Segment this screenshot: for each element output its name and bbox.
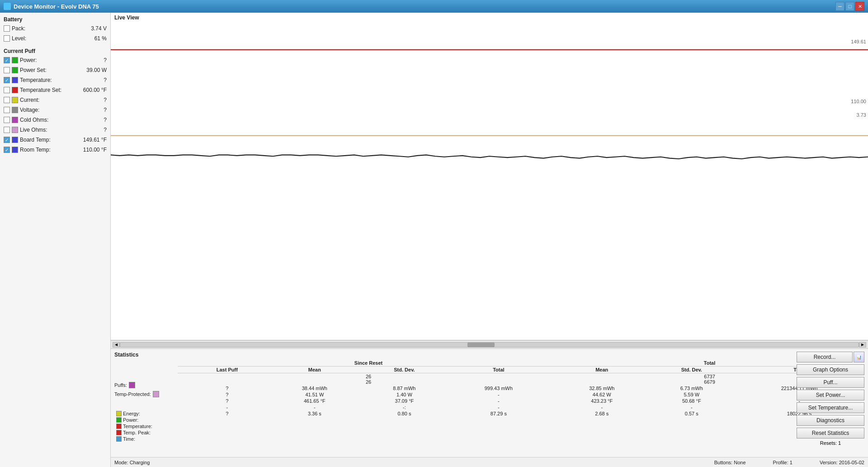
graph-label-top: 149.61: [851, 39, 866, 44]
record-button[interactable]: Record...: [797, 352, 853, 362]
current-label: Current:: [20, 97, 80, 103]
title-bar-buttons[interactable]: ─ □ ✕: [835, 2, 864, 11]
version-status: Version: 2016-05-02: [820, 460, 864, 465]
col-last-puff: Last Puff: [187, 367, 268, 373]
stats-row: - - -: - - - -: [178, 404, 864, 410]
scrollbar-thumb[interactable]: [467, 343, 495, 347]
statistics-area: Statistics Puffs: Temp-Protected:: [111, 348, 868, 457]
puffs-row: Puffs:: [114, 381, 178, 390]
time-label: Time:: [123, 436, 135, 442]
battery-pack-checkbox[interactable]: [4, 25, 10, 32]
temp-peak-color: [116, 430, 122, 435]
room-temp-row: ✓ Room Temp: 110.00 °F: [2, 145, 108, 155]
stats-row: ? 38.44 mWh 8.87 mWh 999.43 mWh 32.85 mW…: [178, 385, 864, 391]
battery-level-value: 61 %: [80, 35, 107, 42]
voltage-color: [12, 107, 18, 113]
temperature-stat-color: [116, 424, 122, 429]
set-temperature-button[interactable]: Set Temperature...: [797, 402, 864, 413]
temp-protected-label: Temp-Protected:: [114, 391, 151, 397]
graph-label-mid: 110.00: [851, 99, 866, 104]
diagnostics-button[interactable]: Diagnostics: [797, 415, 864, 426]
puffs-label: Puffs:: [114, 382, 127, 388]
set-power-button[interactable]: Set Power...: [797, 390, 864, 400]
temp-protected-row: Temp-Protected:: [114, 390, 178, 399]
puffs-color: [129, 382, 135, 388]
graph-options-button[interactable]: Graph Options: [797, 364, 864, 375]
scrollbar-track[interactable]: [120, 342, 859, 348]
resets-label: Resets: 1: [797, 440, 864, 446]
time-color: [116, 436, 122, 442]
temp-peak-label: Temp. Peak:: [123, 430, 151, 435]
maximize-button[interactable]: □: [845, 2, 854, 11]
app-icon: [4, 3, 11, 10]
stats-row: ? 3.36 s 0.80 s 87.29 s 2.68 s 0.57 s 18…: [178, 410, 864, 417]
temperature-set-color: [12, 87, 18, 93]
temperature-row: ✓ Temperature: ?: [2, 75, 108, 85]
room-temp-checkbox[interactable]: ✓: [4, 147, 10, 153]
stats-row: ? 461.65 °F 37.09 °F - 423.23 °F 50.68 °…: [178, 398, 864, 404]
temperature-stat-label: Temperature:: [123, 424, 152, 429]
mode-status: Mode: Charging: [114, 460, 150, 465]
stats-left: Puffs: Temp-Protected:: [114, 360, 178, 454]
voltage-label: Voltage:: [20, 107, 80, 113]
status-bar: Mode: Charging Buttons: None Profile: 1 …: [111, 457, 868, 467]
window-title: Device Monitor - Evolv DNA 75: [14, 3, 99, 10]
sidebar: Battery Pack: 3.74 V Level: 61 % Current…: [0, 13, 111, 467]
temp-protected-color: [153, 391, 159, 397]
cold-ohms-label: Cold Ohms:: [20, 117, 80, 123]
live-view-graph: [111, 23, 868, 339]
power-label: Power:: [20, 57, 80, 63]
col-total-sr: Total: [447, 367, 550, 373]
graph-icon-button[interactable]: 📊: [854, 352, 864, 362]
graph-label-bot: 3.73: [857, 112, 866, 118]
power-checkbox[interactable]: ✓: [4, 57, 10, 63]
live-ohms-color: [12, 127, 18, 133]
puffs-since-reset: 26: [189, 374, 548, 379]
power-set-row: Power Set: 39.00 W: [2, 65, 108, 75]
stats-center: Since Reset Total Last Puff Mean Std. De…: [178, 360, 864, 454]
battery-section-title: Battery: [2, 15, 108, 24]
power-set-checkbox[interactable]: [4, 67, 10, 73]
since-reset-header: Since Reset: [187, 360, 550, 367]
temperature-color: [12, 77, 18, 83]
scroll-right-arrow[interactable]: ▶: [859, 342, 866, 348]
cold-ohms-value: ?: [80, 117, 107, 123]
title-bar: Device Monitor - Evolv DNA 75 ─ □ ✕: [0, 0, 868, 13]
live-ohms-checkbox[interactable]: [4, 127, 10, 133]
graph-area: Live View 149.61 110.00 3.73: [111, 13, 868, 340]
live-ohms-value: ?: [80, 127, 107, 133]
battery-level-row: Level: 61 %: [2, 33, 108, 43]
scrollbar-area: ◀ ▶: [111, 340, 868, 348]
board-temp-checkbox[interactable]: ✓: [4, 137, 10, 143]
puffs-since-reset-2: 26: [189, 379, 548, 385]
temperature-value: ?: [80, 77, 107, 83]
voltage-row: Voltage: ?: [2, 105, 108, 115]
temperature-set-checkbox[interactable]: [4, 87, 10, 93]
reset-statistics-button[interactable]: Reset Statistics: [797, 428, 864, 438]
battery-pack-row: Pack: 3.74 V: [2, 24, 108, 33]
col-std-t: Std. Dev.: [649, 367, 735, 373]
puff-button[interactable]: Puff...: [797, 377, 864, 388]
graph-title: Live View: [111, 13, 868, 23]
live-ohms-label: Live Ohms:: [20, 127, 80, 133]
board-temp-value: 149.61 °F: [80, 137, 107, 143]
minimize-button[interactable]: ─: [835, 2, 844, 11]
power-color: [12, 57, 18, 63]
scroll-left-arrow[interactable]: ◀: [113, 342, 120, 348]
col-std-sr: Std. Dev.: [362, 367, 447, 373]
graph-canvas: 149.61 110.00 3.73: [111, 23, 868, 339]
energy-color: [116, 411, 122, 416]
temperature-label: Temperature:: [20, 77, 80, 83]
voltage-checkbox[interactable]: [4, 107, 10, 113]
cold-ohms-checkbox[interactable]: [4, 117, 10, 123]
temperature-checkbox[interactable]: ✓: [4, 77, 10, 83]
profile-status: Profile: 1: [773, 460, 793, 465]
room-temp-value: 110.00 °F: [80, 147, 107, 153]
energy-label: Energy:: [123, 411, 140, 416]
battery-level-checkbox[interactable]: [4, 35, 10, 42]
power-set-label: Power Set:: [20, 67, 80, 73]
record-row: Record... 📊: [797, 352, 864, 362]
close-button[interactable]: ✕: [855, 2, 864, 11]
board-temp-row: ✓ Board Temp: 149.61 °F: [2, 135, 108, 145]
current-checkbox[interactable]: [4, 97, 10, 103]
